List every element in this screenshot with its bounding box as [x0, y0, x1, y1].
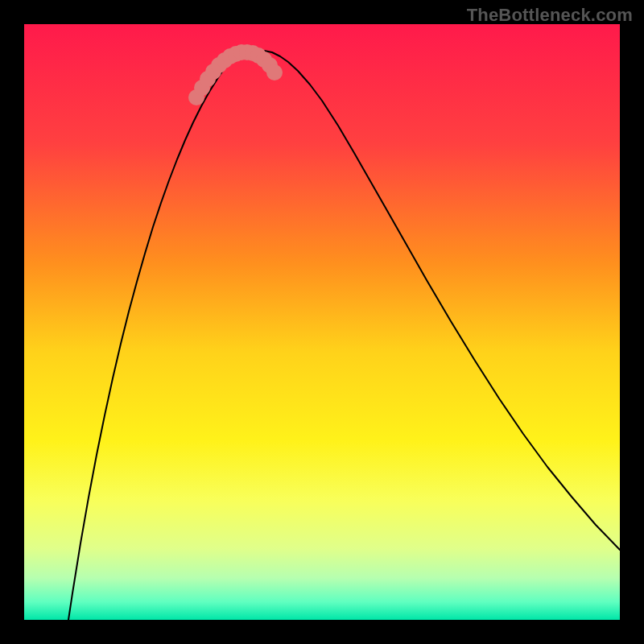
plot-area — [24, 24, 620, 620]
chart-frame: TheBottleneck.com — [0, 0, 644, 644]
watermark-text: TheBottleneck.com — [467, 5, 633, 26]
chart-svg — [24, 24, 620, 620]
highlight-marker — [266, 64, 283, 80]
chart-background — [24, 24, 620, 620]
